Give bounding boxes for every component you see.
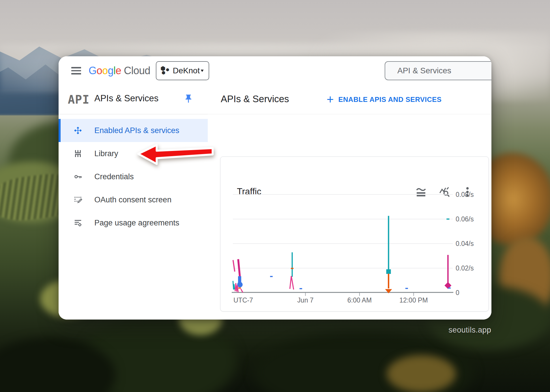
page-usage-icon [74,219,82,227]
google-logo-letters: Google [89,65,121,77]
y-axis-tick-label: 0.06/s [456,215,487,223]
y-axis-tick-label: 0 [456,289,487,297]
enable-apis-label: ENABLE APIS AND SERVICES [338,96,442,104]
y-axis-tick-label: 0.04/s [456,240,487,248]
x-axis-tick-label: UTC-7 [233,296,253,304]
y-axis-tick-label: 0.02/s [456,264,487,272]
console-window: Google Cloud ⬢⬢⬢ DeKnot ▼ API APIs & Ser… [59,56,491,320]
api-logo: API [68,93,89,106]
sidebar-item-page-usage[interactable]: Page usage agreements [59,211,208,234]
traffic-chart: 0.08/s0.06/s0.04/s0.02/s0UTC-7Jun 76:00 … [233,189,451,293]
watermark: seoutils.app [448,326,491,335]
library-icon [74,149,82,158]
search-input[interactable] [385,61,491,80]
google-logo-letter: e [116,65,121,76]
page-title: APIs & Services [221,94,289,104]
top-bar: Google Cloud ⬢⬢⬢ DeKnot ▼ [59,56,491,85]
chevron-down-icon: ▼ [200,68,205,73]
red-arrow-annotation [136,142,217,167]
sidebar-item-label: OAuth consent screen [94,195,171,204]
credentials-icon [74,172,82,181]
sidebar-item-label: Credentials [94,172,134,181]
sidebar-item-label: Page usage agreements [94,219,179,227]
autumn-tree-blob [387,355,456,392]
enable-apis-button[interactable]: + ENABLE APIS AND SERVICES [327,85,442,114]
sidebar-title: APIs & Services [94,93,158,104]
cloud-wordmark: Cloud [124,65,150,77]
page-header: APIs & Services + ENABLE APIS AND SERVIC… [208,85,491,114]
sidebar-item-label: Enabled APIs & services [94,126,179,135]
project-selector[interactable]: ⬢⬢⬢ DeKnot ▼ [156,61,209,80]
sidebar-header: API APIs & Services [59,85,208,114]
google-logo-letter: o [97,65,102,76]
oauth-consent-icon [74,195,82,204]
x-axis-tick-label: Jun 7 [297,296,313,304]
enabled-apis-icon [74,126,82,135]
sidebar: API APIs & Services [59,85,208,320]
menu-icon[interactable] [71,67,81,74]
x-axis-tick-label: 6:00 AM [347,296,372,304]
sidebar-item-label: Library [94,149,118,158]
hexagon-cluster-icon: ⬢⬢⬢ [160,66,170,76]
google-logo-letter: o [102,65,108,76]
traffic-card: Traffic [220,156,489,311]
sidebar-item-enabled-apis[interactable]: Enabled APIs & services [59,119,208,142]
y-axis-tick-label: 0.08/s [456,191,487,199]
sidebar-item-oauth[interactable]: OAuth consent screen [59,188,208,211]
plus-icon: + [327,94,334,106]
pin-icon[interactable] [184,94,195,105]
sidebar-item-credentials[interactable]: Credentials [59,165,208,188]
x-axis-tick-label: 12:00 PM [399,296,428,304]
google-logo-letter: l [113,65,116,76]
google-logo-letter: g [108,65,114,76]
google-logo-letter: G [89,65,97,76]
google-cloud-logo[interactable]: Google Cloud [89,56,150,85]
project-name: DeKnot [173,66,200,75]
desktop-background: seoutils.app Google Cloud ⬢⬢⬢ DeKnot ▼ A… [0,0,550,392]
main-content: APIs & Services + ENABLE APIS AND SERVIC… [208,85,491,320]
